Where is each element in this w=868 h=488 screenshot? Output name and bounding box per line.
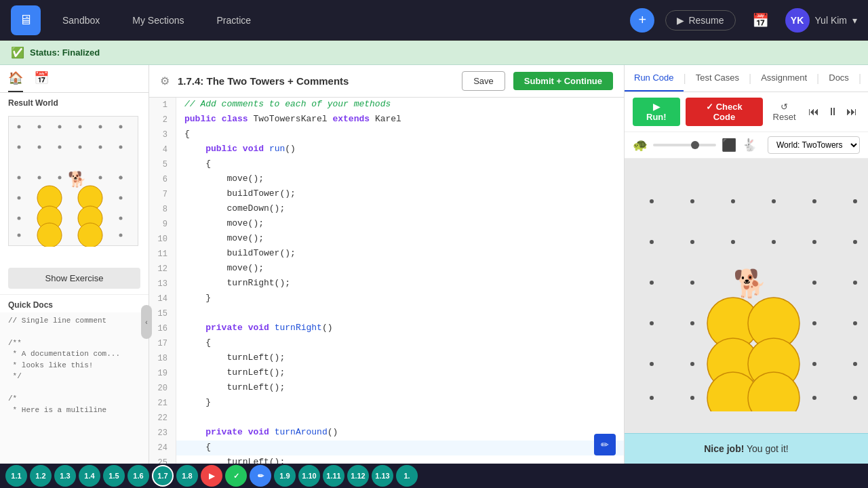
world-tab[interactable]: 🏠 xyxy=(8,70,23,92)
code-line-21: 21 } xyxy=(149,396,624,411)
lesson-chip-1-9[interactable]: 1.9 xyxy=(274,465,296,487)
playback-controls: ⏮ ⏸ ⏭ xyxy=(806,103,860,121)
main-layout: 🏠 📅 Result World xyxy=(0,65,868,464)
svg-point-66 xyxy=(853,396,857,400)
svg-point-52 xyxy=(690,281,694,285)
avatar: YK xyxy=(785,8,810,33)
svg-point-51 xyxy=(650,281,654,285)
speed-thumb xyxy=(691,141,699,149)
svg-point-49 xyxy=(812,240,816,244)
calendar-tab[interactable]: 📅 xyxy=(34,70,49,92)
svg-point-59 xyxy=(650,362,654,366)
lesson-chip-1-11[interactable]: 1.11 xyxy=(323,465,344,487)
calendar-icon-btn[interactable]: 📅 xyxy=(747,7,774,34)
code-line-9: 9 move(); xyxy=(149,217,624,232)
svg-point-41 xyxy=(731,199,735,203)
check-code-button[interactable]: ✓ Check Code xyxy=(686,98,764,126)
code-line-4: 4 public void run() xyxy=(149,142,624,157)
lesson-chip-video[interactable]: ▶ xyxy=(201,465,222,487)
panel-tabs: 🏠 📅 xyxy=(0,65,149,93)
resume-button[interactable]: ▶ Resume xyxy=(665,10,735,30)
lesson-chip-1-8[interactable]: 1.8 xyxy=(176,465,198,487)
svg-point-43 xyxy=(812,199,816,203)
code-line-5: 5 { xyxy=(149,157,624,172)
speed-slider[interactable] xyxy=(653,144,716,146)
code-line-15: 15 xyxy=(149,306,624,321)
lesson-chip-1-7[interactable]: 1.7 xyxy=(152,465,174,487)
settings-icon[interactable]: ⚙ xyxy=(160,75,170,87)
submit-continue-button[interactable]: Submit + Continue xyxy=(513,72,613,90)
lesson-chip-1-13[interactable]: 1.13 xyxy=(372,465,393,487)
tab-test-cases[interactable]: Test Cases xyxy=(686,65,749,92)
code-editor-area: ⚙ 1.7.4: The Two Towers + Comments Save … xyxy=(149,65,624,464)
my-sections-nav-btn[interactable]: My Sections xyxy=(121,9,195,31)
run-button[interactable]: ▶ Run! xyxy=(633,98,680,126)
tab-assignment[interactable]: Assignment xyxy=(751,65,816,92)
left-panel: 🏠 📅 Result World xyxy=(0,65,149,464)
svg-point-23 xyxy=(18,234,21,237)
svg-point-62 xyxy=(853,362,857,366)
reset-button[interactable]: ↺ Reset xyxy=(768,102,800,122)
lesson-chip-1-3[interactable]: 1.3 xyxy=(54,465,76,487)
pause-button[interactable]: ⏸ xyxy=(825,103,841,121)
lesson-chip-1-4[interactable]: 1.4 xyxy=(79,465,100,487)
lesson-chip-pencil[interactable]: ✏ xyxy=(250,465,271,487)
lesson-chip-1-1[interactable]: 1.1 xyxy=(5,465,27,487)
svg-point-2 xyxy=(58,125,62,129)
svg-point-15 xyxy=(99,176,102,180)
practice-nav-btn[interactable]: Practice xyxy=(206,9,262,31)
add-button[interactable]: + xyxy=(630,8,654,33)
svg-point-58 xyxy=(853,321,857,325)
lesson-chip-1-x[interactable]: 1. xyxy=(396,465,418,487)
code-line-24: 24 { xyxy=(149,441,624,455)
play-icon: ▶ xyxy=(677,15,684,26)
svg-point-45 xyxy=(650,240,654,244)
sandbox-nav-btn[interactable]: Sandbox xyxy=(52,9,111,31)
top-navigation: 🖥 Sandbox My Sections Practice + ▶ Resum… xyxy=(0,0,868,41)
lesson-chip-1-12[interactable]: 1.12 xyxy=(347,465,369,487)
svg-point-27 xyxy=(119,197,123,200)
logo-icon: 🖥 xyxy=(19,12,33,28)
result-world-label: Result World xyxy=(0,93,149,110)
lesson-chip-1-10[interactable]: 1.10 xyxy=(298,465,320,487)
lesson-chip-1-2[interactable]: 1.2 xyxy=(30,465,52,487)
skip-back-button[interactable]: ⏮ xyxy=(806,103,822,121)
svg-point-5 xyxy=(119,125,123,129)
show-exercise-button[interactable]: Show Exercise xyxy=(8,268,140,289)
lesson-chip-1-5[interactable]: 1.5 xyxy=(103,465,125,487)
svg-point-12 xyxy=(18,176,21,180)
svg-point-10 xyxy=(99,146,102,149)
karel-dog: 🐕 xyxy=(733,267,767,300)
svg-point-56 xyxy=(690,321,694,325)
code-line-18: 18 turnLeft(); xyxy=(149,351,624,366)
svg-point-42 xyxy=(772,199,776,203)
save-button[interactable]: Save xyxy=(462,71,505,91)
svg-point-53 xyxy=(812,281,816,285)
user-menu[interactable]: YK Yul Kim ▾ xyxy=(785,8,857,33)
lesson-chip-check[interactable]: ✓ xyxy=(225,465,247,487)
svg-point-1 xyxy=(38,125,41,129)
quick-docs-content: // Single line comment /** * A documenta… xyxy=(0,312,149,464)
code-editor[interactable]: 1 // Add comments to each of your method… xyxy=(149,98,624,464)
code-line-20: 20 turnLeft(); xyxy=(149,381,624,396)
svg-point-25 xyxy=(119,176,123,180)
svg-point-8 xyxy=(58,146,62,149)
success-sub-text: You got it! xyxy=(747,443,789,454)
editor-title: 1.7.4: The Two Towers + Comments xyxy=(178,75,454,87)
collapse-panel-button[interactable]: ‹ xyxy=(141,305,152,339)
skip-forward-button[interactable]: ⏭ xyxy=(844,103,860,121)
tab-docs[interactable]: Docs xyxy=(819,65,859,92)
code-line-14: 14 } xyxy=(149,291,624,306)
code-line-12: 12 move(); xyxy=(149,262,624,277)
grid-svg: 🐕 xyxy=(9,117,139,247)
code-line-7: 7 buildTower(); xyxy=(149,187,624,202)
tab-grade[interactable]: Grade xyxy=(861,65,868,92)
bottom-navigation: 1.1 1.2 1.3 1.4 1.5 1.6 1.7 1.8 ▶ ✓ ✏ 1.… xyxy=(0,464,868,488)
svg-point-31 xyxy=(119,234,123,237)
edit-icon-button[interactable]: ✏ xyxy=(594,434,616,455)
svg-point-37 xyxy=(78,223,102,247)
world-selector[interactable]: World: TwoTowers xyxy=(768,136,860,154)
code-line-6: 6 move(); xyxy=(149,172,624,187)
lesson-chip-1-6[interactable]: 1.6 xyxy=(127,465,149,487)
tab-run-code[interactable]: Run Code xyxy=(625,65,684,92)
